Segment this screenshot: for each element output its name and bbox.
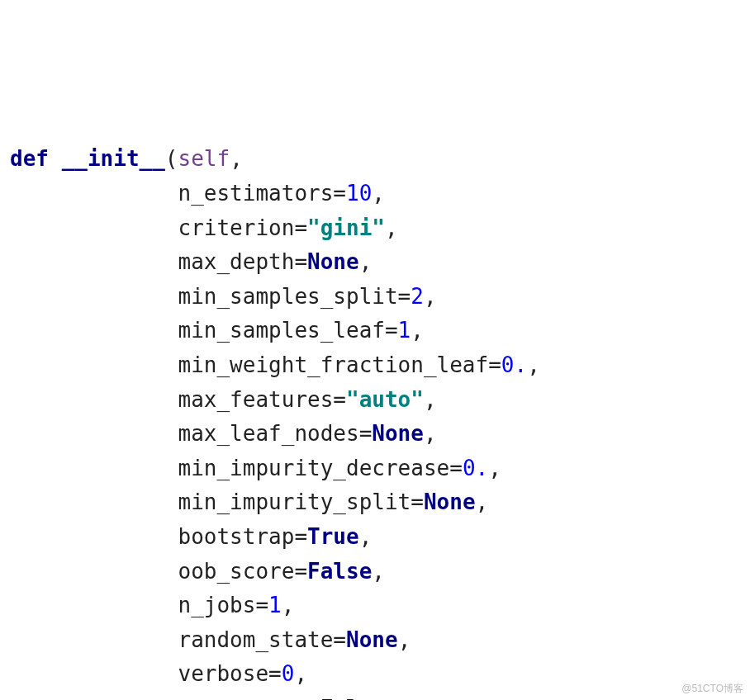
arg-value: False [307, 559, 372, 584]
keyword-def: def [10, 146, 49, 171]
indent [10, 593, 178, 617]
equals: = [449, 456, 463, 480]
equals: = [488, 352, 501, 377]
comma: , [359, 249, 373, 274]
arg-value: 0. [501, 352, 527, 377]
arg-value: 0. [463, 456, 488, 480]
code-block: def __init__(self, n_estimators=10, crit… [10, 146, 540, 700]
arg-self: self [178, 146, 230, 171]
arg-name: bootstrap [178, 524, 295, 549]
indent [10, 215, 178, 240]
arg-name: oob_score [178, 559, 295, 584]
arg-name: max_leaf_nodes [178, 421, 359, 446]
indent [10, 627, 178, 652]
indent [10, 661, 178, 686]
equals: = [385, 318, 398, 343]
arg-name: min_samples_leaf [178, 318, 385, 343]
arg-value: 10 [346, 181, 372, 206]
equals: = [411, 490, 424, 514]
comma: , [424, 284, 437, 309]
comma: , [424, 421, 437, 446]
indent [10, 559, 178, 584]
indent [10, 421, 178, 446]
arg-value: 2 [411, 284, 424, 309]
arg-value: True [307, 524, 359, 549]
indent [10, 387, 178, 412]
comma: , [411, 318, 424, 343]
equals: = [294, 249, 307, 274]
comma: , [359, 524, 373, 549]
comma: , [294, 661, 307, 686]
comma: , [230, 146, 243, 171]
space [49, 146, 62, 171]
arg-name: min_weight_fraction_leaf [178, 352, 489, 377]
arg-value: None [346, 627, 398, 652]
comma: , [372, 181, 385, 206]
equals: = [255, 593, 268, 617]
indent [10, 318, 178, 343]
indent [10, 696, 178, 700]
arg-name: random_state [178, 627, 334, 652]
watermark: @51CTO博客 [681, 681, 743, 697]
arg-value: None [372, 421, 424, 446]
equals: = [268, 661, 282, 686]
arg-name: n_estimators [178, 181, 334, 206]
indent [10, 181, 178, 206]
comma: , [372, 559, 385, 584]
indent [10, 249, 178, 274]
comma: , [424, 387, 437, 412]
arg-name: criterion [178, 215, 295, 240]
equals: = [307, 696, 320, 700]
comma: , [527, 352, 540, 377]
equals: = [398, 284, 411, 309]
comma: , [398, 627, 411, 652]
comma: , [476, 490, 489, 514]
arg-name: warm_start [178, 696, 308, 700]
equals: = [294, 215, 307, 240]
comma: , [282, 593, 295, 617]
equals: = [294, 524, 307, 549]
indent [10, 352, 178, 377]
comma: , [385, 696, 398, 700]
arg-name: verbose [178, 661, 269, 686]
arg-value: None [307, 249, 359, 274]
equals: = [333, 181, 346, 206]
arg-value: 1 [268, 593, 282, 617]
indent [10, 284, 178, 309]
arg-value: 0 [282, 661, 295, 686]
equals: = [359, 421, 373, 446]
indent [10, 490, 178, 514]
arg-value: None [424, 490, 476, 514]
equals: = [333, 387, 346, 412]
arg-value: False [320, 696, 385, 700]
arg-name: max_features [178, 387, 334, 412]
arg-name: min_impurity_decrease [178, 456, 450, 480]
indent [10, 524, 178, 549]
arg-name: min_impurity_split [178, 490, 411, 514]
arg-name: max_depth [178, 249, 295, 274]
arg-value: "auto" [346, 387, 424, 412]
comma: , [385, 215, 398, 240]
indent [10, 456, 178, 480]
arg-name: n_jobs [178, 593, 256, 617]
equals: = [333, 627, 346, 652]
arg-value: "gini" [307, 215, 385, 240]
arg-name: min_samples_split [178, 284, 398, 309]
func-name: __init__ [62, 146, 165, 171]
equals: = [294, 559, 307, 584]
arg-value: 1 [398, 318, 411, 343]
comma: , [488, 456, 501, 480]
paren-open: ( [165, 146, 178, 171]
